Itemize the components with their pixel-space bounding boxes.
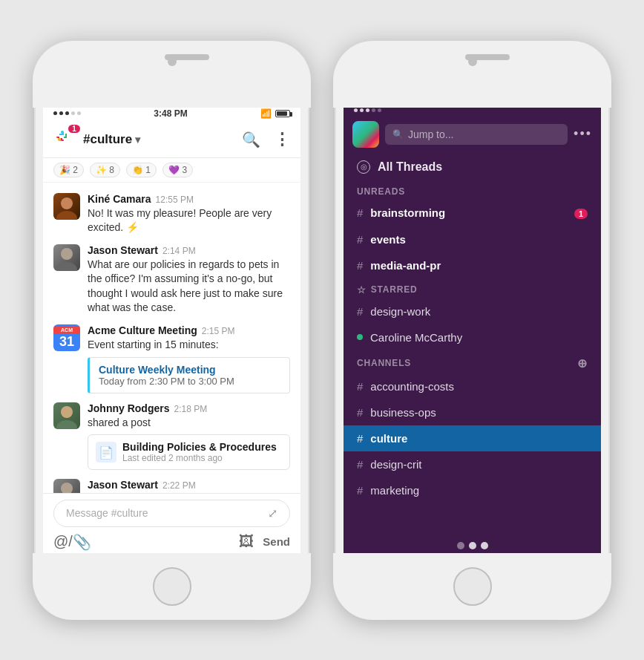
reaction-purple-heart[interactable]: 💜 3 [162,163,193,177]
hash-icon-media-pr: # [357,259,363,272]
calendar-month: ACM [53,326,80,334]
channel-label-culture: culture [370,432,407,445]
left-phone: 3:48 PM 📶 [33,41,311,620]
clip-icon[interactable]: 📎 [73,533,91,551]
document-card[interactable]: 📄 Building Policies & Procedures Last ed… [88,434,290,470]
reaction-party[interactable]: 🎉 2 [53,163,84,177]
message-text-jason1: What are our policies in regards to pets… [88,258,290,316]
hash-icon-accounting: # [357,380,363,393]
message-input-placeholder: Message #culture [66,507,148,519]
message-jason2: Jason Stewart 2:22 PM Thanks Johnny! [43,474,300,492]
message-johnny: Johnny Rodgers 2:18 PM shared a post 📄 B… [43,398,300,475]
status-right-left: 📶 [260,108,290,119]
message-jason1: Jason Stewart 2:14 PM What are our polic… [43,240,300,320]
search-bar[interactable]: 🔍 Jump to... [385,124,568,145]
nav-item-culture[interactable]: # culture [344,425,601,451]
right-screen: 🔍 Jump to... ••• ◎ All Threads UNREADS #… [344,104,601,557]
meeting-card[interactable]: Culture Weekly Meeting Today from 2:30 P… [88,357,290,393]
message-text-meeting: Event starting in 15 minutes: [88,338,290,353]
online-status-caroline [357,334,363,340]
message-input-bar[interactable]: Message #culture ⤢ [53,500,290,527]
right-signal [354,108,381,112]
hash-icon-design-work: # [357,305,363,318]
message-content-jason1: Jason Stewart 2:14 PM What are our polic… [88,244,290,316]
avatar-kine [53,193,80,220]
channel-header-right: 🔍 ⋮ [242,130,290,149]
messages-area: Kiné Camara 12:55 PM No! It was my pleas… [43,183,300,493]
doc-info: Building Policies & Procedures Last edit… [122,441,277,463]
calendar-day: 31 [59,334,74,350]
doc-meta: Last edited 2 months ago [122,453,277,463]
message-content-johnny: Johnny Rodgers 2:18 PM shared a post 📄 B… [88,402,290,471]
svg-point-7 [61,483,73,492]
home-button-right[interactable] [453,567,492,606]
hash-icon-design-crit: # [357,458,363,471]
channel-header: 1 #culture ▾ 🔍 ⋮ [43,122,300,158]
channel-label-design-crit: design-crit [370,458,421,471]
slack-logo-wrapper[interactable]: 1 [53,128,77,151]
message-header-meeting: Acme Culture Meeting 2:15 PM [88,324,290,336]
nav-item-brainstorming[interactable]: # brainstorming 1 [344,200,601,226]
channel-label-marketing: marketing [370,484,419,497]
message-header-kine: Kiné Camara 12:55 PM [88,193,290,205]
nav-item-business-ops[interactable]: # business-ops [344,399,601,425]
nav-item-caroline[interactable]: Caroline McCarthy [344,324,601,350]
more-options-icon[interactable]: ⋮ [274,130,290,149]
message-time-johnny: 2:18 PM [174,404,207,414]
message-time-jason1: 2:14 PM [162,246,196,256]
at-icon[interactable]: @ [53,533,68,550]
message-input-area: Message #culture ⤢ @ / 📎 🖼 Send [43,493,300,557]
unreads-label: UNREADS [357,186,405,197]
nav-item-design-work[interactable]: # design-work [344,298,601,324]
add-channel-icon[interactable]: ⊕ [577,356,588,370]
more-dots-icon[interactable]: ••• [574,126,592,142]
message-header-jason1: Jason Stewart 2:14 PM [88,244,290,256]
status-time-left: 3:48 PM [154,108,187,119]
message-kine: Kiné Camara 12:55 PM No! It was my pleas… [43,189,300,240]
svg-point-4 [56,262,77,271]
unreads-section-header: UNREADS [344,180,601,200]
channel-label-media-pr: media-and-pr [370,259,441,272]
nav-item-media-and-pr[interactable]: # media-and-pr [344,252,601,278]
channel-label-business-ops: business-ops [370,406,436,419]
signal-dots [53,111,81,115]
unread-badge-brainstorming: 1 [574,209,588,219]
send-button[interactable]: Send [263,535,290,548]
pag-dot-2[interactable] [469,542,476,549]
message-time-meeting: 2:15 PM [202,326,235,336]
input-actions: @ / 📎 🖼 Send [53,533,290,551]
nav-item-marketing[interactable]: # marketing [344,477,601,503]
message-content-jason2: Jason Stewart 2:22 PM Thanks Johnny! [88,479,290,492]
reaction-clap[interactable]: 👏 1 [126,163,157,177]
nav-item-design-crit[interactable]: # design-crit [344,451,601,477]
reaction-sparkle[interactable]: ✨ 8 [90,163,120,177]
pag-dot-1[interactable] [457,542,464,549]
right-header: 🔍 Jump to... ••• [344,115,601,154]
search-icon[interactable]: 🔍 [242,131,260,148]
nav-item-events[interactable]: # events [344,226,601,252]
phone-top-left [33,41,311,108]
all-threads-item[interactable]: ◎ All Threads [344,154,601,180]
speaker-left [165,54,209,60]
expand-icon[interactable]: ⤢ [268,506,277,520]
image-icon[interactable]: 🖼 [239,533,254,550]
svg-point-6 [56,420,77,429]
pag-dot-3[interactable] [481,542,488,549]
message-text-kine: No! It was my pleasure! People are very … [88,206,290,235]
phone-bottom-right [333,553,611,620]
message-content-meeting: Acme Culture Meeting 2:15 PM Event start… [88,324,290,393]
message-header-jason2: Jason Stewart 2:22 PM [88,479,290,491]
hash-icon-marketing: # [357,484,363,497]
left-screen: 3:48 PM 📶 [43,104,300,557]
message-content-kine: Kiné Camara 12:55 PM No! It was my pleas… [88,193,290,235]
channel-name[interactable]: #culture ▾ [83,132,140,147]
search-icon-right: 🔍 [392,129,404,140]
channel-label-accounting: accounting-costs [370,380,454,393]
nav-item-accounting-costs[interactable]: # accounting-costs [344,373,601,399]
sender-name-jason1: Jason Stewart [88,244,158,256]
search-placeholder: Jump to... [408,128,453,140]
right-phone: 🔍 Jump to... ••• ◎ All Threads UNREADS #… [333,41,611,620]
phone-top-right [333,41,611,108]
slack-workspace-icon[interactable] [352,121,379,148]
home-button-left[interactable] [153,567,191,606]
